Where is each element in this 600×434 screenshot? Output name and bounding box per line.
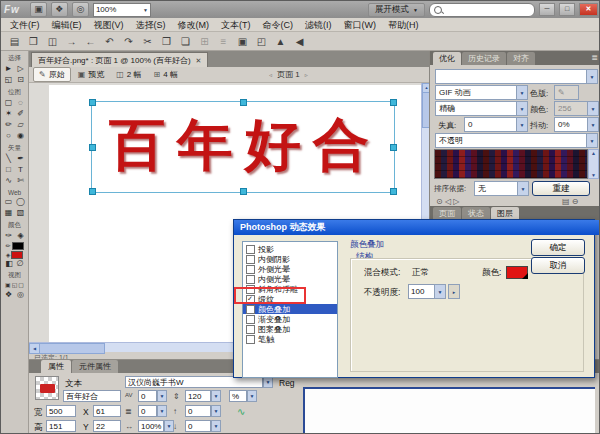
pen-tool[interactable]: ✒ [15, 153, 27, 164]
new-document-icon[interactable]: ▤ [7, 34, 22, 49]
paint-bucket-tool[interactable]: ◈ [15, 230, 27, 241]
chevron-down-icon[interactable]: ▼ [434, 284, 446, 299]
effect-checkbox[interactable] [246, 315, 255, 324]
maximize-button[interactable]: □ [559, 3, 575, 16]
rebuild-button[interactable]: 重建 [532, 181, 590, 196]
eyedropper-tool[interactable]: ✑ [3, 230, 15, 241]
export-icon[interactable]: ← [83, 34, 98, 49]
copy-icon[interactable]: ❐ [159, 34, 174, 49]
menu-item[interactable]: 编辑(E) [46, 18, 88, 32]
menu-item[interactable]: 滤镜(I) [299, 18, 338, 32]
tab-properties[interactable]: 属性 [41, 360, 71, 373]
zoom-tool[interactable]: ◎ [15, 289, 27, 300]
brush-tool[interactable]: ✐ [15, 108, 27, 119]
effect-item[interactable]: 外侧光晕 [243, 264, 337, 274]
effect-item[interactable]: 图案叠加 [243, 324, 337, 334]
minimize-button[interactable]: ─ [539, 3, 555, 16]
precision-select[interactable]: 精确▼ [435, 101, 528, 116]
rectangle-hotspot-tool[interactable]: ▭ [3, 196, 15, 207]
menu-item[interactable]: 文件(F) [4, 18, 46, 32]
chevron-down-icon[interactable]: ▼ [211, 420, 221, 432]
magic-wand-tool[interactable]: ✶ [3, 108, 15, 119]
chevron-down-icon[interactable]: ▼ [247, 390, 257, 402]
chevron-down-icon[interactable]: ▼ [211, 390, 221, 402]
blend-mode-value[interactable]: 正常 [412, 267, 429, 279]
import-icon[interactable]: → [64, 34, 79, 49]
canvas-text-object[interactable]: 百年好合 [100, 98, 390, 194]
default-colors-icon[interactable]: ◧ [4, 258, 14, 269]
line-tool[interactable]: ╲ [3, 153, 15, 164]
pointer-tool[interactable]: ► [3, 63, 15, 74]
save-icon[interactable]: ◫ [45, 34, 60, 49]
colors-select[interactable]: 256▼ [554, 101, 599, 116]
group-icon[interactable]: ▣ [235, 34, 250, 49]
effect-checkbox[interactable] [246, 335, 255, 344]
freeform-tool[interactable]: ∿ [3, 175, 15, 186]
rectangle-tool[interactable]: □ [3, 164, 15, 175]
anti-alias-icon[interactable]: ∿ [237, 406, 245, 417]
menu-item[interactable]: 命令(C) [257, 18, 300, 32]
eraser-tool[interactable]: ▱ [15, 119, 27, 130]
chevron-down-icon[interactable]: ▼ [211, 405, 221, 417]
overlay-color-swatch[interactable] [506, 266, 528, 279]
loss-select[interactable]: 0▼ [464, 117, 528, 132]
chevron-down-icon[interactable]: ▼ [157, 405, 167, 417]
menu-item[interactable]: 帮助(H) [382, 18, 425, 32]
gif-options-icons[interactable]: ⊙ ◁ ▷ [436, 197, 459, 206]
hide-slices-tool[interactable]: ▧ [15, 207, 27, 218]
redo-icon[interactable]: ↷ [121, 34, 136, 49]
selection-handle[interactable] [89, 144, 96, 151]
stroke-color-swatch[interactable] [12, 242, 24, 250]
panel-menu-icon[interactable]: ≣ [591, 53, 598, 62]
close-tab-icon[interactable]: ✕ [196, 57, 202, 65]
selection-handle[interactable] [390, 188, 397, 195]
scale-tool[interactable]: ◱ [3, 74, 15, 85]
page-next-icon[interactable]: ▹ [305, 71, 308, 78]
selection-handle[interactable] [390, 99, 397, 106]
palette-button[interactable]: ✎ [554, 85, 579, 100]
optimize-preset-select[interactable]: ▼ [435, 69, 598, 84]
fullscreen-menus-icon[interactable]: ◱ [12, 281, 18, 289]
marquee-tool[interactable]: ▢ [3, 97, 15, 108]
space-after-input[interactable]: 0 [185, 420, 211, 432]
width-input[interactable]: 500 [46, 405, 76, 417]
effect-checkbox[interactable] [246, 325, 255, 334]
rubber-stamp-tool[interactable]: ◉ [15, 130, 27, 141]
space-before-input[interactable]: 0 [185, 405, 211, 417]
ungroup-icon[interactable]: ◰ [254, 34, 269, 49]
effect-checkbox[interactable] [246, 305, 255, 314]
opacity-slider-icon[interactable]: ▸ [448, 284, 460, 299]
standard-screen-icon[interactable]: ▣ [5, 281, 11, 289]
dither-select[interactable]: 0%▼ [554, 117, 599, 132]
effect-item[interactable]: 渐变叠加 [243, 314, 337, 324]
add-remove-icons[interactable]: ▤ ⊖ [562, 197, 578, 206]
align-icon[interactable]: ≡ [216, 34, 231, 49]
pencil-tool[interactable]: ✏ [3, 119, 15, 130]
effect-item[interactable]: 内侧阴影 [243, 254, 337, 264]
effect-checkbox[interactable] [246, 255, 255, 264]
menu-item[interactable]: 文本(T) [215, 18, 257, 32]
crop-icon[interactable]: ⊞ [197, 34, 212, 49]
cut-icon[interactable]: ✂ [140, 34, 155, 49]
zoom-level-select[interactable]: 100% ▼ [93, 3, 151, 17]
fullscreen-icon[interactable]: ▢ [18, 281, 24, 289]
indent-input[interactable]: 0 [138, 405, 157, 417]
effect-checkbox[interactable] [246, 245, 255, 254]
text-tool[interactable]: T [15, 164, 27, 175]
effect-checkbox[interactable] [246, 275, 255, 284]
page-prev-icon[interactable]: ◃ [269, 71, 272, 78]
menu-item[interactable]: 窗口(W) [338, 18, 383, 32]
view-original-button[interactable]: ✎ 原始 [33, 67, 71, 82]
object-name-input[interactable]: 百年好合 [63, 390, 121, 402]
slice-tool[interactable]: ▦ [3, 207, 15, 218]
crop-tool[interactable]: ⊡ [15, 74, 27, 85]
close-button[interactable]: ✕ [579, 3, 598, 16]
height-input[interactable]: 151 [46, 420, 76, 432]
flip-vertical-icon[interactable]: ▲ [273, 34, 288, 49]
blur-tool[interactable]: ○ [3, 130, 15, 141]
undo-icon[interactable]: ↶ [102, 34, 117, 49]
transparency-select[interactable]: 不透明▼ [435, 133, 598, 148]
selection-handle[interactable] [390, 144, 397, 151]
leading-unit-select[interactable]: % [229, 390, 247, 402]
kerning-input[interactable]: 0 [138, 390, 157, 402]
